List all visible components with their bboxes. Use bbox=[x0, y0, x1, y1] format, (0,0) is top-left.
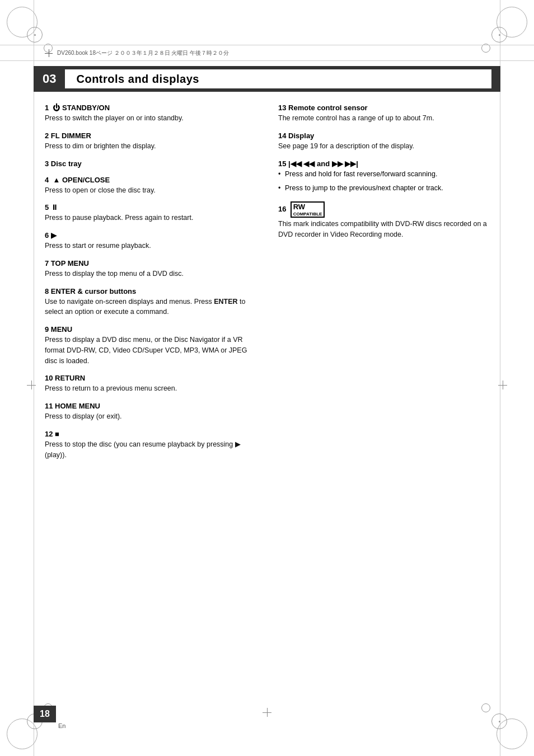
item-12-number: 12 bbox=[45, 430, 53, 438]
item-13-number: 13 bbox=[278, 104, 286, 112]
rw-compatible-text: COMPATIBLE bbox=[293, 212, 322, 217]
chapter-title: Controls and displays bbox=[76, 73, 199, 86]
item-10-header: 10 RETURN bbox=[45, 374, 256, 382]
reg-mark-tl bbox=[27, 27, 43, 43]
header-rule-top bbox=[0, 45, 534, 45]
item-8-title: ENTER & cursor buttons bbox=[51, 287, 136, 295]
item-15: 15 |◀◀ ◀◀ and ▶▶ ▶▶| Press and hold for … bbox=[278, 159, 489, 194]
item-2-body: Press to dim or brighten the display. bbox=[45, 141, 256, 152]
item-4-title: OPEN/CLOSE bbox=[60, 176, 110, 184]
item-7-body: Press to display the top menu of a DVD d… bbox=[45, 269, 256, 279]
item-11-number: 11 bbox=[45, 402, 53, 410]
item-14-header: 14 Display bbox=[278, 132, 489, 140]
item-5-body: Press to pause playback. Press again to … bbox=[45, 213, 256, 223]
item-1-icon: ⏻ bbox=[53, 104, 60, 112]
chapter-title-box: Controls and displays bbox=[65, 69, 491, 88]
item-11: 11 HOME MENU Press to display (or exit). bbox=[45, 402, 256, 422]
item-8-header: 8 ENTER & cursor buttons bbox=[45, 287, 256, 295]
item-5-number: 5 bbox=[45, 203, 49, 212]
jp-header: DV260.book 18ページ ２００３年１月２８日 火曜日 午後７時２０分 bbox=[45, 49, 489, 57]
item-3-number: 3 bbox=[45, 159, 49, 168]
item-16: 16 RWCOMPATIBLE This mark indicates comp… bbox=[278, 201, 489, 240]
reg-mark-tr bbox=[491, 27, 507, 43]
item-12: 12 ■ Press to stop the disc (you can res… bbox=[45, 430, 256, 461]
item-9-title: MENU bbox=[51, 325, 72, 334]
page-lang: En bbox=[58, 722, 65, 729]
item-12-body: Press to stop the disc (you can resume p… bbox=[45, 439, 256, 461]
left-column: 1 ⏻ STANDBY/ON Press to switch the playe… bbox=[45, 104, 256, 689]
item-12-header: 12 ■ bbox=[45, 430, 256, 438]
item-10-number: 10 bbox=[45, 374, 53, 382]
header-rule-bottom bbox=[0, 60, 534, 61]
item-5: 5 ⏸ Press to pause playback. Press again… bbox=[45, 203, 256, 223]
item-15-header: 15 |◀◀ ◀◀ and ▶▶ ▶▶| bbox=[278, 159, 489, 168]
chapter-number: 03 bbox=[43, 72, 56, 86]
item-15-title: |◀◀ ◀◀ and ▶▶ ▶▶| bbox=[288, 159, 358, 168]
item-14-title: Display bbox=[288, 132, 314, 140]
item-1-header: 1 ⏻ STANDBY/ON bbox=[45, 104, 256, 112]
item-6-header: 6 ▶ bbox=[45, 231, 256, 240]
right-reg-dot bbox=[498, 381, 507, 389]
right-column: 13 Remote control sensor The remote cont… bbox=[278, 104, 489, 689]
item-13: 13 Remote control sensor The remote cont… bbox=[278, 104, 489, 124]
item-6: 6 ▶ Press to start or resume playback. bbox=[45, 231, 256, 251]
item-3: 3 Disc tray bbox=[45, 159, 256, 168]
item-4: 4 ▲ OPEN/CLOSE Press to open or close th… bbox=[45, 176, 256, 196]
item-3-header: 3 Disc tray bbox=[45, 159, 256, 168]
item-9-body: Press to display a DVD disc menu, or the… bbox=[45, 335, 256, 366]
item-1-title: STANDBY/ON bbox=[62, 104, 110, 112]
item-16-number: 16 bbox=[278, 205, 286, 213]
item-10-title: RETURN bbox=[55, 374, 85, 382]
item-7-title: TOP MENU bbox=[51, 259, 89, 267]
item-11-body: Press to display (or exit). bbox=[45, 411, 256, 422]
item-1-body: Press to switch the player on or into st… bbox=[45, 113, 256, 124]
chapter-band: 03 Controls and displays bbox=[34, 66, 500, 92]
item-13-title: Remote control sensor bbox=[288, 104, 368, 112]
item-15-bullet-2: Press to jump to the previous/next chapt… bbox=[278, 183, 489, 194]
item-4-body: Press to open or close the disc tray. bbox=[45, 185, 256, 196]
item-6-body: Press to start or resume playback. bbox=[45, 241, 256, 251]
bottom-crosshair bbox=[263, 708, 271, 717]
item-6-number: 6 bbox=[45, 231, 49, 240]
item-9: 9 MENU Press to display a DVD disc menu,… bbox=[45, 325, 256, 366]
reg-mark-br bbox=[491, 713, 507, 729]
item-2: 2 FL DIMMER Press to dim or brighten the… bbox=[45, 132, 256, 152]
item-14-number: 14 bbox=[278, 132, 286, 140]
item-2-header: 2 FL DIMMER bbox=[45, 132, 256, 140]
item-1-number: 1 bbox=[45, 104, 49, 112]
item-15-number: 15 bbox=[278, 159, 286, 168]
reg-small-br bbox=[481, 703, 490, 712]
item-13-header: 13 Remote control sensor bbox=[278, 104, 489, 112]
item-11-header: 11 HOME MENU bbox=[45, 402, 256, 410]
item-14-body: See page 19 for a description of the dis… bbox=[278, 141, 489, 152]
item-9-header: 9 MENU bbox=[45, 325, 256, 334]
item-15-bullet-1: Press and hold for fast reverse/forward … bbox=[278, 169, 489, 180]
item-4-header: 4 ▲ OPEN/CLOSE bbox=[45, 176, 256, 184]
item-3-title: Disc tray bbox=[51, 159, 82, 168]
page-number-box: 18 bbox=[34, 706, 56, 722]
item-9-number: 9 bbox=[45, 325, 49, 334]
item-7-number: 7 bbox=[45, 259, 49, 267]
item-12-icon: ■ bbox=[55, 430, 59, 438]
item-16-header: 16 RWCOMPATIBLE bbox=[278, 201, 489, 218]
item-10-body: Press to return to a previous menu scree… bbox=[45, 383, 256, 394]
item-8: 8 ENTER & cursor buttons Use to navigate… bbox=[45, 287, 256, 318]
item-13-body: The remote control has a range of up to … bbox=[278, 113, 489, 124]
item-15-bullets: Press and hold for fast reverse/forward … bbox=[278, 169, 489, 194]
item-5-header: 5 ⏸ bbox=[45, 203, 256, 212]
left-reg-dot bbox=[27, 381, 36, 389]
item-6-icon: ▶ bbox=[51, 231, 57, 240]
item-7: 7 TOP MENU Press to display the top menu… bbox=[45, 259, 256, 279]
item-5-icon: ⏸ bbox=[51, 203, 58, 212]
crosshair-icon bbox=[45, 49, 53, 57]
item-14: 14 Display See page 19 for a description… bbox=[278, 132, 489, 152]
item-8-bold-enter: ENTER bbox=[214, 298, 237, 306]
item-8-number: 8 bbox=[45, 287, 49, 295]
item-7-header: 7 TOP MENU bbox=[45, 259, 256, 267]
item-11-title: HOME MENU bbox=[55, 402, 100, 410]
item-8-body: Use to navigate on-screen displays and m… bbox=[45, 297, 256, 318]
content-area: 1 ⏻ STANDBY/ON Press to switch the playe… bbox=[45, 104, 489, 689]
item-2-number: 2 bbox=[45, 132, 49, 140]
border-left bbox=[34, 0, 34, 756]
item-2-title: FL DIMMER bbox=[51, 132, 91, 140]
